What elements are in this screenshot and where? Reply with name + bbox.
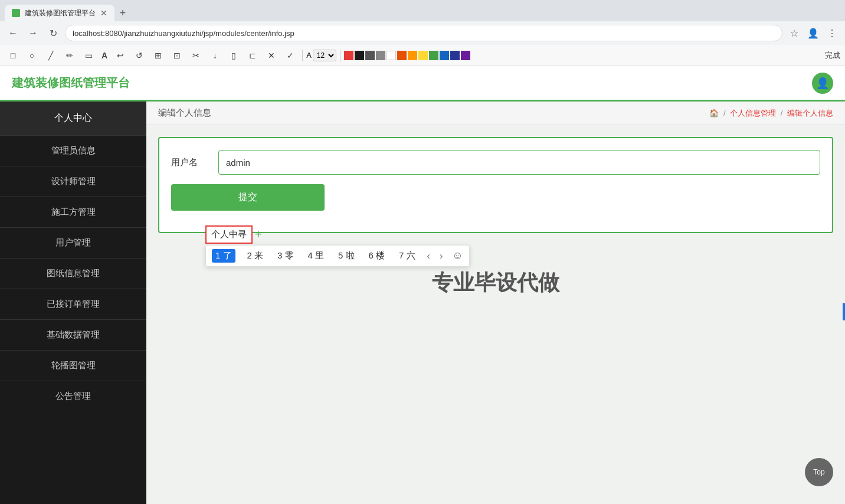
- sidebar-title: 个人中心: [0, 102, 146, 135]
- content-wrapper: 个人中心 管理员信息 设计师管理 施工方管理 用户管理 图纸信息管理 已接订单管…: [0, 102, 845, 504]
- crop-tool[interactable]: ▯: [225, 47, 242, 64]
- ime-emoji-button[interactable]: ☺: [452, 250, 463, 262]
- new-tab-button[interactable]: +: [114, 5, 131, 21]
- bookmark-button[interactable]: ☆: [786, 25, 803, 41]
- ime-prev-button[interactable]: ‹: [427, 251, 430, 261]
- sidebar-item-contractor-mgmt[interactable]: 施工方管理: [0, 197, 146, 227]
- table-tool[interactable]: ⊡: [169, 47, 185, 64]
- top-button[interactable]: Top: [805, 458, 833, 486]
- color-blue[interactable]: [440, 51, 449, 60]
- ime-candidate-2[interactable]: 2 来: [245, 249, 266, 263]
- back-button[interactable]: ←: [5, 25, 21, 41]
- ime-candidate-6[interactable]: 6 楼: [366, 249, 388, 263]
- ime-overlay: 个人中寻 + 1 了 2 来 3 零 4 里 5 啦 6 楼 7 六 ‹ › ☺: [205, 225, 470, 267]
- app-title: 建筑装修图纸管理平台: [12, 75, 130, 91]
- ime-candidate-4[interactable]: 4 里: [306, 249, 327, 263]
- tab-close-button[interactable]: ✕: [100, 8, 107, 18]
- breadcrumb: 🏠 / 个人信息管理 / 编辑个人信息: [709, 108, 833, 119]
- color-orange-dark[interactable]: [397, 51, 407, 60]
- sidebar-item-user-mgmt[interactable]: 用户管理: [0, 227, 146, 258]
- sidebar-item-designer-mgmt[interactable]: 设计师管理: [0, 166, 146, 197]
- right-edge-indicator: [843, 303, 845, 320]
- tab-label: 建筑装修图纸管理平台: [25, 8, 96, 18]
- color-red[interactable]: [344, 51, 353, 60]
- highlight-tool[interactable]: ▭: [80, 47, 97, 64]
- download-tool[interactable]: ↓: [207, 47, 223, 64]
- color-white[interactable]: [387, 51, 396, 60]
- separator-1: [302, 50, 303, 61]
- submit-row: 提交: [171, 184, 820, 211]
- submit-button[interactable]: 提交: [171, 184, 325, 211]
- address-input[interactable]: [65, 25, 782, 41]
- sidebar-item-order-mgmt[interactable]: 已接订单管理: [0, 289, 146, 319]
- top-button-label: Top: [813, 468, 824, 476]
- username-input[interactable]: [218, 150, 820, 175]
- ime-candidate-3[interactable]: 3 零: [275, 249, 296, 263]
- ime-candidate-1[interactable]: 1 了: [212, 249, 235, 263]
- ime-cursor-icon: +: [255, 228, 262, 241]
- username-row: 用户名: [171, 150, 820, 175]
- sidebar-item-blueprint-mgmt[interactable]: 图纸信息管理: [0, 258, 146, 289]
- breadcrumb-link-personal-info[interactable]: 个人信息管理: [730, 109, 776, 117]
- app-container: 建筑装修图纸管理平台 👤 个人中心 管理员信息 设计师管理 施工方管理 用户管理…: [0, 66, 845, 504]
- sidebar-item-admin-info[interactable]: 管理员信息: [0, 135, 146, 166]
- ime-next-button[interactable]: ›: [440, 251, 443, 261]
- select-tool[interactable]: ⊏: [244, 47, 261, 64]
- color-purple[interactable]: [461, 51, 470, 60]
- user-avatar-button[interactable]: 👤: [812, 73, 833, 94]
- grid-tool[interactable]: ⊞: [150, 47, 166, 64]
- app-header: 建筑装修图纸管理平台 👤: [0, 66, 845, 102]
- font-label: A: [306, 51, 312, 60]
- redo-button[interactable]: ↺: [131, 47, 148, 64]
- color-black[interactable]: [355, 51, 364, 60]
- sidebar-item-announcement-mgmt[interactable]: 公告管理: [0, 381, 146, 411]
- color-palette: [344, 51, 470, 60]
- breadcrumb-bar: 编辑个人信息 🏠 / 个人信息管理 / 编辑个人信息: [146, 102, 845, 125]
- circle-tool[interactable]: ○: [24, 47, 40, 64]
- sidebar: 个人中心 管理员信息 设计师管理 施工方管理 用户管理 图纸信息管理 已接订单管…: [0, 102, 146, 504]
- undo-button[interactable]: ↩: [112, 47, 129, 64]
- address-bar-row: ← → ↻ ☆ 👤 ⋮: [0, 21, 845, 45]
- color-yellow[interactable]: [418, 51, 428, 60]
- separator-2: [340, 50, 340, 61]
- ime-input-box[interactable]: 个人中寻: [205, 225, 253, 244]
- main-content: 编辑个人信息 🏠 / 个人信息管理 / 编辑个人信息 用户名 提交: [146, 102, 845, 504]
- browser-toolbar-icons: ☆ 👤 ⋮: [786, 25, 840, 41]
- text-tool[interactable]: A: [99, 51, 110, 60]
- scissors-tool[interactable]: ✂: [188, 47, 204, 64]
- username-label: 用户名: [171, 157, 218, 168]
- check-tool[interactable]: ✓: [282, 47, 299, 64]
- tab-favicon: [12, 9, 20, 17]
- active-tab[interactable]: 建筑装修图纸管理平台 ✕: [5, 5, 114, 21]
- font-size-select[interactable]: 12 14 16 18: [313, 50, 336, 61]
- done-button[interactable]: 完成: [825, 50, 840, 61]
- rect-tool[interactable]: □: [5, 47, 21, 64]
- ime-candidate-5[interactable]: 5 啦: [336, 249, 357, 263]
- refresh-button[interactable]: ↻: [45, 25, 61, 41]
- sidebar-item-base-data-mgmt[interactable]: 基础数据管理: [0, 319, 146, 350]
- breadcrumb-link-edit-info[interactable]: 编辑个人信息: [787, 109, 833, 117]
- home-icon[interactable]: 🏠: [709, 109, 719, 117]
- color-green[interactable]: [429, 51, 438, 60]
- sidebar-item-carousel-mgmt[interactable]: 轮播图管理: [0, 350, 146, 381]
- close-tool[interactable]: ✕: [263, 47, 280, 64]
- ime-candidates-bar: 1 了 2 来 3 零 4 里 5 啦 6 楼 7 六 ‹ › ☺: [205, 245, 470, 267]
- pen-tool[interactable]: ✏: [61, 47, 78, 64]
- tab-bar: 建筑装修图纸管理平台 ✕ +: [0, 0, 845, 21]
- color-dark-blue[interactable]: [450, 51, 460, 60]
- page-title: 编辑个人信息: [158, 107, 211, 119]
- color-gray[interactable]: [376, 51, 385, 60]
- more-button[interactable]: ⋮: [824, 25, 840, 41]
- line-tool[interactable]: ╱: [42, 47, 59, 64]
- color-orange[interactable]: [408, 51, 417, 60]
- form-area: 用户名 提交: [158, 137, 833, 233]
- ime-input-text: 个人中寻: [211, 229, 247, 239]
- account-button[interactable]: 👤: [805, 25, 821, 41]
- color-darkgray[interactable]: [365, 51, 375, 60]
- ime-candidate-7[interactable]: 7 六: [397, 249, 418, 263]
- forward-button[interactable]: →: [25, 25, 41, 41]
- annotation-toolbar: □ ○ ╱ ✏ ▭ A ↩ ↺ ⊞ ⊡ ✂ ↓ ▯ ⊏ ✕ ✓ A 12 14 …: [0, 45, 845, 66]
- font-size-selector: A 12 14 16 18: [306, 50, 336, 61]
